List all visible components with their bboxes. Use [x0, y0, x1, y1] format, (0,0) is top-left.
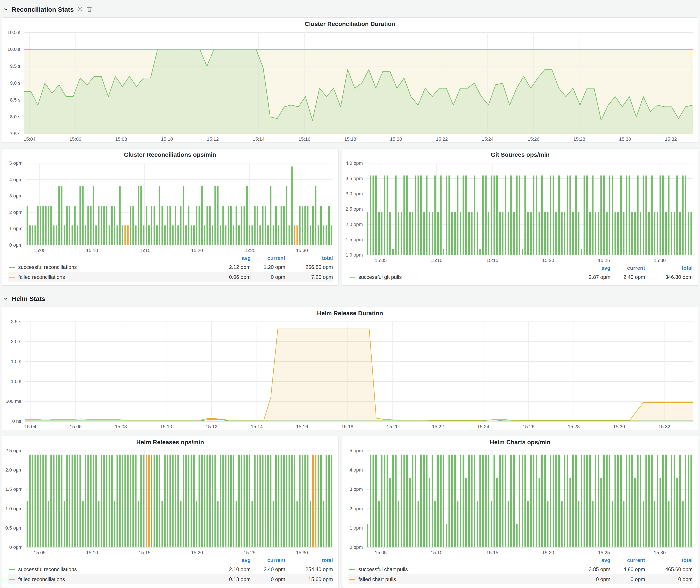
legend-total-header[interactable]: total: [645, 265, 693, 271]
panel-title[interactable]: Cluster Reconciliations ops/min: [2, 149, 338, 159]
svg-text:15:10: 15:10: [86, 248, 98, 253]
svg-text:500 ms: 500 ms: [6, 399, 21, 404]
svg-text:15:10: 15:10: [431, 258, 442, 263]
section-header-helm-stats[interactable]: Helm Stats: [3, 292, 698, 305]
legend-current-header[interactable]: current: [610, 265, 645, 271]
svg-text:15:24: 15:24: [477, 424, 489, 429]
section-title[interactable]: Helm Stats: [12, 295, 45, 302]
panel-title[interactable]: Helm Releases ops/min: [2, 436, 338, 446]
series-current: 0 opm: [251, 576, 285, 582]
series-total: 254.40 opm: [285, 566, 333, 572]
svg-text:15:20: 15:20: [191, 550, 203, 555]
svg-text:15:15: 15:15: [139, 550, 150, 555]
legend-current-header[interactable]: current: [251, 255, 285, 261]
svg-text:15:30: 15:30: [654, 550, 666, 555]
svg-text:15:14: 15:14: [251, 424, 263, 429]
series-avg: 2.12 opm: [210, 264, 251, 270]
svg-text:15:16: 15:16: [296, 424, 308, 429]
section-header-reconciliation-stats[interactable]: Reconciliation Stats: [3, 3, 698, 16]
series-label: failed reconciliations: [18, 274, 65, 280]
panel-cluster-reconciliations-ops: Cluster Reconciliations ops/min 0 opm1 o…: [2, 148, 339, 286]
series-current: 1.20 opm: [251, 264, 285, 270]
legend-avg-header[interactable]: avg: [569, 557, 610, 563]
series-label: failed reconciliations: [18, 576, 65, 582]
legend-current-header[interactable]: current: [610, 557, 645, 563]
svg-text:15:30: 15:30: [296, 248, 308, 253]
svg-text:0 opm: 0 opm: [9, 242, 23, 248]
series-swatch: [349, 569, 355, 570]
panel-title[interactable]: Cluster Reconciliation Duration: [2, 18, 698, 28]
helm-release-duration-chart[interactable]: 0 ns500 ms1.0 s1.5 s2.0 s2.5 s15:0415:06…: [2, 317, 698, 430]
svg-text:15:04: 15:04: [24, 136, 35, 142]
legend-row-successful-reconciliations[interactable]: successful reconciliations 2.12 opm 1.20…: [8, 262, 333, 272]
svg-text:15:26: 15:26: [523, 424, 534, 429]
svg-text:15:10: 15:10: [431, 550, 442, 555]
svg-text:15:25: 15:25: [244, 248, 255, 253]
panel-title[interactable]: Helm Release Duration: [2, 307, 698, 317]
svg-text:15:26: 15:26: [527, 136, 539, 142]
legend-total-header[interactable]: total: [285, 255, 333, 261]
git-sources-ops-chart[interactable]: 1.0 opm1.5 opm2.0 opm2.5 opm3.0 opm3.5 o…: [342, 159, 698, 264]
series-total: 346.80 opm: [645, 274, 693, 280]
series-avg: 3.85 opm: [569, 566, 610, 572]
svg-text:1 opm: 1 opm: [9, 226, 23, 231]
svg-text:15:15: 15:15: [486, 550, 498, 555]
legend-avg-header[interactable]: avg: [210, 255, 251, 261]
svg-text:10.0 s: 10.0 s: [7, 47, 20, 52]
svg-text:1.0 opm: 1.0 opm: [5, 506, 23, 511]
legend-row-successful-reconciliations[interactable]: successful reconciliations 2.10 opm 2.40…: [8, 564, 333, 574]
legend-avg-header[interactable]: avg: [569, 265, 610, 271]
legend: avg current total successful reconciliat…: [2, 556, 338, 588]
svg-text:15:20: 15:20: [387, 424, 398, 429]
svg-text:5 opm: 5 opm: [9, 160, 23, 166]
legend-row-successful-git-pulls[interactable]: successful git pulls 2.87 opm 2.40 opm 3…: [348, 272, 693, 282]
legend-total-header[interactable]: total: [285, 557, 333, 563]
series-label: successful git pulls: [358, 274, 402, 280]
legend-row-failed-reconciliations[interactable]: failed reconciliations 0.06 opm 0 opm 7.…: [8, 272, 333, 282]
series-swatch: [349, 276, 355, 277]
svg-text:8.0 s: 8.0 s: [10, 114, 20, 120]
cluster-reconciliation-duration-chart[interactable]: 7.5 s8.0 s8.5 s9.0 s9.5 s10.0 s10.5 s15:…: [2, 28, 698, 142]
gear-icon[interactable]: [77, 6, 83, 12]
dashboard: Reconciliation Stats Cluster Reconciliat…: [0, 0, 700, 588]
svg-text:1.0 s: 1.0 s: [11, 379, 21, 384]
svg-text:15:22: 15:22: [432, 424, 444, 429]
svg-text:0.5 opm: 0.5 opm: [5, 525, 23, 531]
legend-row-successful-chart-pulls[interactable]: successful chart pulls 3.85 opm 4.80 opm…: [348, 564, 693, 574]
svg-text:15:08: 15:08: [115, 136, 127, 142]
trash-icon[interactable]: [87, 6, 92, 12]
panel-title[interactable]: Helm Charts ops/min: [342, 436, 698, 446]
svg-text:9.5 s: 9.5 s: [10, 63, 20, 69]
svg-text:15:30: 15:30: [296, 550, 308, 555]
svg-text:15:04: 15:04: [24, 424, 36, 429]
series-swatch: [9, 276, 15, 277]
series-current: 0 opm: [610, 576, 645, 582]
svg-text:7.5 s: 7.5 s: [10, 131, 20, 136]
legend-current-header[interactable]: current: [251, 557, 285, 563]
series-swatch: [349, 579, 355, 580]
legend: avg current total successful chart pulls…: [342, 556, 698, 588]
svg-text:15:30: 15:30: [654, 258, 666, 263]
cluster-reconciliations-ops-chart[interactable]: 0 opm1 opm2 opm3 opm4 opm5 opm15:0515:10…: [2, 159, 338, 254]
chevron-down-icon[interactable]: [3, 296, 8, 301]
svg-text:15:06: 15:06: [70, 424, 82, 429]
legend-row-failed-reconciliations[interactable]: failed reconciliations 0.13 opm 0 opm 15…: [8, 574, 333, 584]
section-title[interactable]: Reconciliation Stats: [12, 5, 74, 13]
legend-avg-header[interactable]: avg: [210, 557, 251, 563]
helm-releases-ops-chart[interactable]: 0 opm0.5 opm1.0 opm1.5 opm2.0 opm2.5 opm…: [2, 446, 338, 556]
series-label: successful chart pulls: [358, 566, 408, 572]
helm-charts-ops-chart[interactable]: 0 opm1 opm2 opm3 opm4 opm5 opm15:0515:10…: [342, 446, 698, 556]
panel-title[interactable]: Git Sources ops/min: [342, 149, 698, 159]
svg-text:10.5 s: 10.5 s: [7, 30, 20, 35]
svg-text:4.0 opm: 4.0 opm: [346, 160, 363, 166]
legend: avg current total successful git pulls 2…: [342, 264, 698, 285]
series-avg: 2.10 opm: [210, 566, 251, 572]
svg-text:15:05: 15:05: [34, 550, 45, 555]
series-label: successful reconciliations: [18, 566, 77, 572]
svg-text:15:18: 15:18: [341, 424, 353, 429]
legend-row-failed-chart-pulls[interactable]: failed chart pulls 0 opm 0 opm 0 opm: [348, 574, 693, 584]
chevron-down-icon[interactable]: [3, 7, 8, 11]
series-label: failed chart pulls: [358, 576, 396, 582]
legend-total-header[interactable]: total: [645, 557, 693, 563]
svg-text:3 opm: 3 opm: [350, 486, 363, 492]
